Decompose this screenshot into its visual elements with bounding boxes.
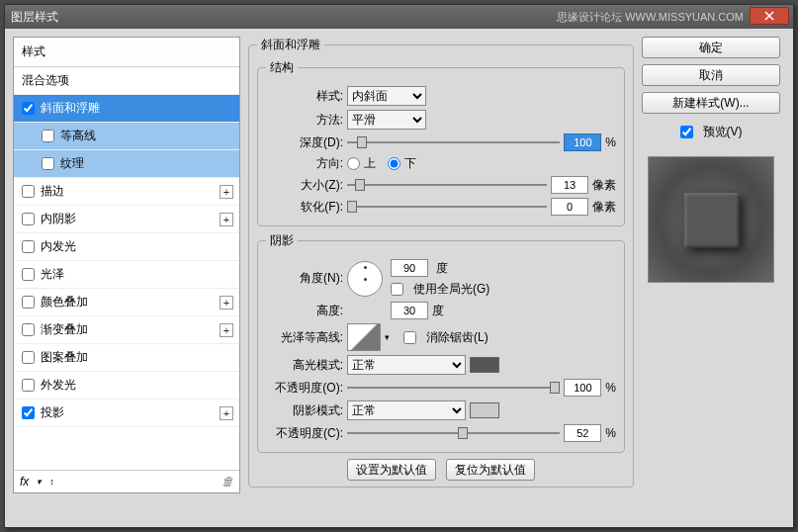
soften-input[interactable]	[551, 198, 588, 216]
preview-checkbox[interactable]	[680, 126, 693, 138]
style-select[interactable]: 内斜面	[347, 86, 426, 106]
shadow-group: 阴影 角度(N): 度 使用全局光(G) 高度: 度 光泽等高线: ▾	[257, 232, 625, 453]
sidebar-item-9[interactable]: 图案叠加	[14, 344, 239, 372]
add-effect-icon[interactable]: +	[220, 296, 233, 310]
method-select[interactable]: 平滑	[347, 110, 426, 130]
close-button[interactable]	[750, 7, 789, 25]
add-effect-icon[interactable]: +	[220, 323, 233, 337]
highlight-mode-select[interactable]: 正常	[347, 355, 466, 375]
shadow-color-swatch[interactable]	[470, 402, 499, 418]
sidebar-item-2[interactable]: 纹理	[14, 150, 239, 178]
altitude-input[interactable]	[391, 302, 428, 319]
gloss-contour[interactable]	[347, 323, 381, 351]
global-light-checkbox[interactable]	[391, 283, 403, 296]
titlebar[interactable]: 图层样式 思缘设计论坛 WWW.MISSYUAN.COM	[5, 5, 793, 29]
sidebar-item-checkbox[interactable]	[22, 379, 35, 392]
sidebar-item-checkbox[interactable]	[42, 130, 54, 142]
new-style-button[interactable]: 新建样式(W)...	[642, 92, 780, 114]
sidebar-item-11[interactable]: 投影+	[14, 399, 239, 427]
antialias-checkbox[interactable]	[403, 331, 416, 344]
add-effect-icon[interactable]: +	[220, 213, 233, 226]
highlight-color-swatch[interactable]	[470, 357, 499, 373]
sidebar-item-6[interactable]: 光泽	[14, 261, 239, 289]
sidebar-item-8[interactable]: 渐变叠加+	[14, 316, 239, 344]
sidebar-item-4[interactable]: 内阴影+	[14, 206, 239, 233]
layer-style-dialog: 图层样式 思缘设计论坛 WWW.MISSYUAN.COM 样式 混合选项 斜面和…	[4, 4, 794, 528]
sidebar-item-checkbox[interactable]	[22, 323, 35, 336]
bevel-group: 斜面和浮雕 结构 样式: 内斜面 方法: 平滑 深度(D): % 方向: 上 下…	[248, 37, 634, 488]
shadow-opacity-slider[interactable]	[347, 425, 560, 441]
sidebar-item-7[interactable]: 颜色叠加+	[14, 289, 239, 316]
up-down-icon[interactable]: ↕	[49, 477, 54, 487]
angle-input[interactable]	[391, 259, 428, 277]
sidebar-footer: fx▾ ↕ 🗑	[14, 470, 239, 492]
sidebar-item-checkbox[interactable]	[22, 102, 35, 115]
highlight-opacity-slider[interactable]	[347, 380, 560, 396]
dir-down-radio[interactable]	[388, 157, 400, 170]
sidebar-item-0[interactable]: 斜面和浮雕	[14, 95, 239, 123]
sidebar-item-checkbox[interactable]	[22, 296, 35, 309]
add-effect-icon[interactable]: +	[220, 406, 233, 420]
styles-sidebar: 样式 混合选项 斜面和浮雕等高线纹理描边+内阴影+内发光光泽颜色叠加+渐变叠加+…	[13, 37, 240, 493]
watermark: 思缘设计论坛 WWW.MISSYUAN.COM	[557, 10, 744, 25]
bevel-legend: 斜面和浮雕	[257, 37, 324, 53]
fx-icon[interactable]: fx	[20, 475, 29, 488]
sidebar-item-3[interactable]: 描边+	[14, 178, 239, 206]
size-slider[interactable]	[347, 177, 547, 193]
reset-default-button[interactable]: 复位为默认值	[446, 459, 535, 481]
sidebar-item-10[interactable]: 外发光	[14, 372, 239, 399]
add-effect-icon[interactable]: +	[220, 185, 233, 199]
fx-menu-icon[interactable]: ▾	[37, 477, 42, 487]
sidebar-item-checkbox[interactable]	[42, 157, 54, 170]
ok-button[interactable]: 确定	[642, 37, 780, 58]
settings-panel: 斜面和浮雕 结构 样式: 内斜面 方法: 平滑 深度(D): % 方向: 上 下…	[248, 37, 634, 493]
sidebar-item-checkbox[interactable]	[22, 406, 35, 419]
depth-input[interactable]	[564, 133, 601, 151]
cancel-button[interactable]: 取消	[642, 64, 780, 86]
sidebar-item-checkbox[interactable]	[22, 213, 35, 225]
window-title: 图层样式	[11, 9, 58, 26]
sidebar-item-5[interactable]: 内发光	[14, 233, 239, 261]
sidebar-item-checkbox[interactable]	[22, 351, 35, 364]
size-input[interactable]	[551, 176, 588, 194]
set-default-button[interactable]: 设置为默认值	[347, 459, 436, 481]
highlight-opacity-input[interactable]	[564, 379, 601, 397]
sidebar-item-1[interactable]: 等高线	[14, 123, 239, 150]
angle-dial[interactable]	[347, 261, 383, 297]
preview-box	[648, 156, 774, 283]
sidebar-item-checkbox[interactable]	[22, 240, 35, 253]
sidebar-item-checkbox[interactable]	[22, 268, 35, 281]
close-icon	[764, 11, 774, 21]
sidebar-header: 样式	[14, 38, 239, 67]
soften-slider[interactable]	[347, 199, 547, 215]
sidebar-blend-options[interactable]: 混合选项	[14, 67, 239, 95]
action-panel: 确定 取消 新建样式(W)... 预览(V)	[642, 37, 780, 493]
depth-slider[interactable]	[347, 134, 560, 150]
structure-group: 结构 样式: 内斜面 方法: 平滑 深度(D): % 方向: 上 下 大小(Z)…	[257, 59, 625, 226]
shadow-opacity-input[interactable]	[564, 424, 601, 442]
sidebar-item-checkbox[interactable]	[22, 185, 35, 198]
shadow-mode-select[interactable]: 正常	[347, 400, 466, 420]
dir-up-radio[interactable]	[347, 157, 360, 170]
trash-icon[interactable]: 🗑	[222, 475, 233, 488]
